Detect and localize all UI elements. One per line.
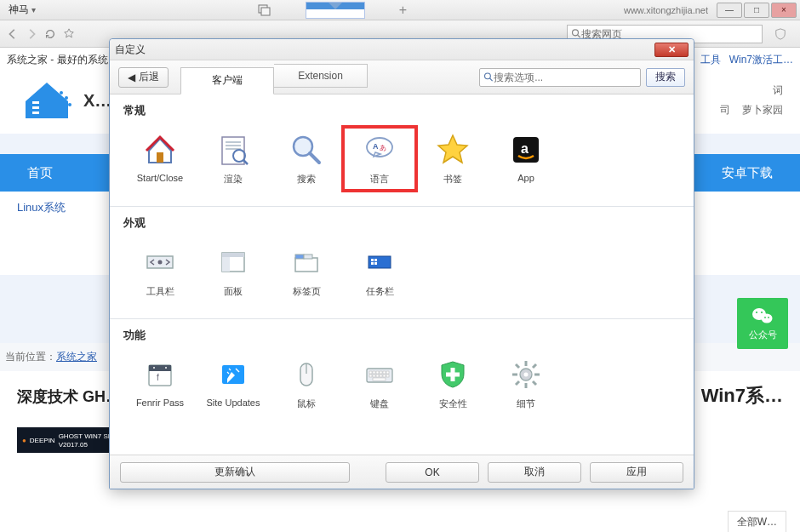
svg-rect-5 — [32, 106, 39, 109]
options-search-input[interactable] — [494, 72, 637, 83]
ok-button[interactable]: OK — [386, 462, 479, 483]
svg-line-3 — [578, 35, 580, 37]
dialog-back-button[interactable]: ◀后退 — [118, 67, 169, 88]
options-search-box[interactable] — [479, 68, 641, 87]
svg-rect-61 — [373, 375, 375, 377]
item-bookmarks[interactable]: 书签 — [416, 127, 489, 191]
maximize-button[interactable]: □ — [744, 3, 769, 18]
panel-icon — [215, 244, 251, 280]
render-icon — [215, 132, 251, 168]
svg-rect-1 — [261, 8, 270, 15]
svg-point-12 — [756, 311, 757, 312]
svg-point-7 — [60, 91, 63, 94]
link-win7-activate[interactable]: Win7激活工… — [729, 54, 793, 66]
shield-icon[interactable] — [773, 26, 788, 42]
svg-rect-36 — [222, 257, 230, 272]
svg-line-26 — [310, 153, 319, 163]
item-tab-page[interactable]: 标签页 — [270, 239, 343, 303]
article-title: 深度技术 GH… — [17, 386, 121, 407]
section-features: 功能 f Fenrir Pass Site Updates 鼠标 键盘 — [110, 319, 694, 431]
dialog-close-button[interactable]: ✕ — [654, 43, 689, 57]
minimize-button[interactable]: — — [717, 3, 742, 18]
cancel-button[interactable]: 取消 — [488, 462, 581, 483]
item-render[interactable]: 渲染 — [197, 127, 270, 191]
site-logo[interactable]: X… — [17, 76, 111, 125]
main-menu-button[interactable]: 神马 — [3, 1, 41, 19]
svg-point-48 — [165, 367, 167, 369]
item-site-updates[interactable]: Site Updates — [197, 352, 270, 415]
item-keyboard[interactable]: 键盘 — [343, 352, 416, 415]
item-details[interactable]: 细节 — [489, 352, 563, 415]
item-start-close[interactable]: Start/Close — [123, 127, 197, 191]
svg-rect-39 — [304, 255, 312, 259]
section-appearance: 外观 工具栏 面板 标签页 任务栏 — [110, 207, 694, 319]
item-app[interactable]: a App — [489, 127, 563, 191]
item-taskbar[interactable]: 任务栏 — [343, 239, 416, 303]
svg-rect-44 — [374, 262, 377, 265]
section-general: 常规 Start/Close 渲染 搜索 Aあ 语言 — [110, 94, 694, 207]
svg-rect-65 — [386, 375, 389, 377]
new-tab-button[interactable]: + — [399, 3, 407, 18]
item-mouse[interactable]: 鼠标 — [270, 352, 343, 415]
language-icon: Aあ — [362, 132, 397, 168]
nav-linux[interactable]: Linux系统 — [17, 201, 66, 214]
svg-rect-55 — [373, 371, 375, 374]
item-toolbar[interactable]: 工具栏 — [123, 239, 197, 303]
svg-rect-59 — [386, 371, 389, 374]
item-search[interactable]: 搜索 — [270, 127, 343, 191]
gear-icon — [508, 357, 544, 392]
dialog-body: 常规 Start/Close 渲染 搜索 Aあ 语言 — [110, 94, 694, 455]
apply-button[interactable]: 应用 — [590, 462, 683, 483]
mouse-icon — [289, 357, 324, 392]
keyboard-icon — [362, 357, 397, 392]
svg-point-8 — [65, 96, 68, 100]
tab-overview-icon[interactable] — [258, 3, 271, 17]
svg-rect-6 — [32, 112, 39, 114]
close-window-button[interactable]: × — [771, 3, 797, 18]
item-security[interactable]: 安全性 — [416, 352, 489, 415]
shield-plus-icon — [435, 357, 471, 392]
wechat-icon — [751, 306, 774, 325]
svg-point-11 — [762, 313, 773, 323]
window-titlebar: 神马 + www.xitongzhijia.net — □ × — [0, 0, 800, 20]
dialog-titlebar[interactable]: 自定义 ✕ — [110, 39, 694, 60]
svg-rect-66 — [373, 378, 386, 380]
svg-rect-37 — [295, 258, 317, 272]
url-display: www.xitongzhijia.net — [624, 5, 708, 15]
active-tab-thumbnail[interactable] — [306, 2, 365, 19]
bookmark-star-icon[interactable] — [61, 26, 77, 42]
taskbar-icon — [362, 244, 397, 280]
wechat-follow-button[interactable]: 公众号 — [737, 298, 788, 349]
back-icon[interactable] — [5, 26, 20, 42]
svg-rect-56 — [376, 371, 379, 374]
star-icon — [435, 132, 471, 168]
amazon-app-icon: a — [508, 132, 544, 168]
item-panel[interactable]: 面板 — [197, 239, 270, 303]
reset-updates-button[interactable]: 更新确认 — [120, 462, 350, 483]
all-button[interactable]: 全部W… — [728, 511, 786, 532]
reload-icon[interactable] — [43, 26, 58, 42]
svg-text:f: f — [157, 373, 159, 382]
calendar-icon: f — [142, 357, 178, 392]
svg-rect-60 — [369, 375, 372, 377]
item-fenrir-pass[interactable]: f Fenrir Pass — [123, 352, 197, 415]
svg-text:あ: あ — [380, 144, 386, 152]
dialog-footer: 更新确认 OK 取消 应用 — [110, 455, 694, 489]
svg-rect-58 — [383, 371, 386, 374]
svg-rect-41 — [371, 259, 374, 261]
link-tools[interactable]: 工具 — [700, 54, 721, 66]
svg-rect-63 — [380, 375, 382, 377]
nav-android-download[interactable]: 安卓下载 — [711, 165, 783, 181]
item-language[interactable]: Aあ 语言 — [343, 127, 416, 191]
svg-rect-38 — [295, 255, 304, 259]
window-controls: — □ × — [715, 3, 797, 18]
svg-point-13 — [761, 311, 763, 312]
svg-rect-68 — [446, 373, 460, 377]
svg-point-47 — [153, 367, 155, 369]
tab-client[interactable]: 客户端 — [180, 67, 274, 94]
options-search-button[interactable]: 搜索 — [646, 68, 685, 87]
nav-home[interactable]: 首页 — [17, 165, 63, 181]
svg-text:A: A — [373, 142, 379, 151]
tab-extension[interactable]: Extension — [274, 64, 368, 88]
forward-icon[interactable] — [24, 26, 39, 42]
